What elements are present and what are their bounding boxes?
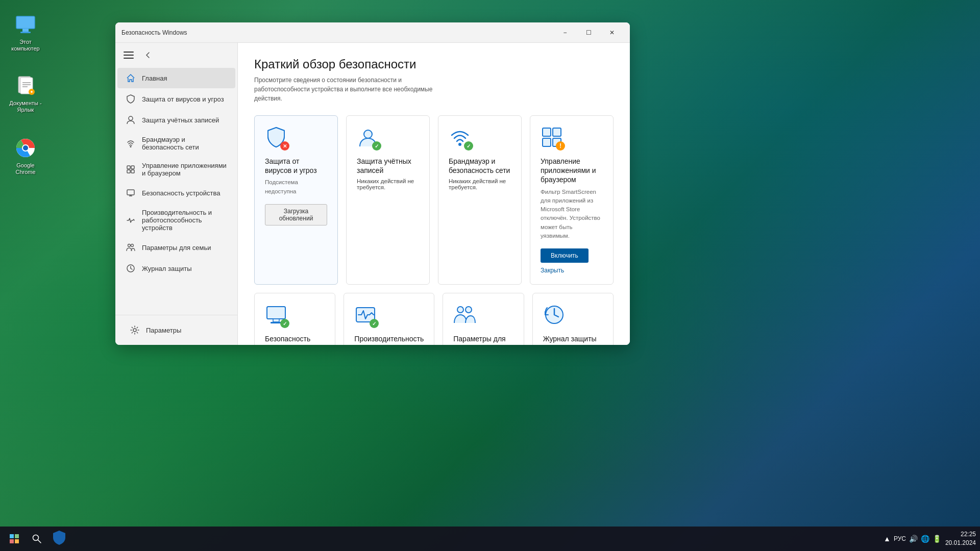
desktop-icon-label-docs: Документы - Ярлык	[7, 100, 44, 113]
person-icon	[126, 115, 136, 125]
battery-icon: 🔋	[933, 535, 941, 543]
desktop-icon-chrome[interactable]: Google Chrome	[5, 134, 46, 178]
sidebar-item-family[interactable]: Параметры для семьи	[117, 237, 235, 258]
card-apps-desc: Фильтр SmartScreen для приложений из Mic…	[541, 188, 603, 241]
taskbar-clock[interactable]: 22:25 20.01.2024	[945, 530, 976, 547]
desktop-icon-this-pc[interactable]: Этот компьютер	[5, 10, 46, 54]
card-virus: ✕ Защита от вирусов и угроз Подсистема н…	[254, 115, 338, 285]
taskbar-security-app-icon[interactable]	[51, 530, 67, 548]
card-device: ✓ Безопасность устройства Просмотр состо…	[254, 293, 335, 345]
svg-rect-42	[10, 539, 14, 543]
chevron-up-icon[interactable]: ▲	[884, 535, 891, 543]
card-family-people-icon	[453, 304, 476, 326]
sidebar-item-log[interactable]: Журнал защиты	[117, 258, 235, 279]
card-virus-title: Защита от вирусов и угроз	[265, 157, 327, 175]
window-body: Главная Защита от вирусов и угроз	[115, 43, 630, 345]
computer-icon	[126, 188, 136, 198]
hamburger-menu[interactable]	[124, 52, 134, 59]
svg-rect-16	[127, 166, 130, 169]
svg-rect-43	[15, 539, 19, 543]
taskbar-right: ▲ РУС 🔊 🌐 🔋 22:25 20.01.2024	[884, 530, 976, 547]
card-health: ✓ Производительность и работоспособность…	[344, 293, 434, 345]
card-firewall: ✓ Брандмауэр и безопасность сети Никаких…	[438, 115, 522, 285]
card-family-icon-wrapper	[453, 304, 478, 328]
minimize-button[interactable]: −	[553, 24, 577, 41]
network-icon[interactable]: 🌐	[921, 535, 929, 543]
svg-line-45	[38, 540, 41, 543]
card-accounts-status-badge: ✓	[372, 141, 381, 151]
card-log-icon-wrapper	[543, 304, 568, 328]
start-button[interactable]	[4, 529, 24, 549]
sidebar-item-label-family: Параметры для семьи	[142, 244, 211, 252]
health-icon	[126, 215, 136, 226]
history-icon	[126, 263, 136, 273]
card-firewall-title: Брандмауэр и безопасность сети	[449, 157, 511, 175]
card-log-title: Журнал защиты	[543, 334, 603, 343]
svg-rect-0	[16, 16, 35, 29]
svg-rect-33	[267, 307, 285, 319]
svg-rect-34	[273, 319, 279, 322]
sidebar-item-settings[interactable]: Параметры	[121, 320, 231, 340]
svg-rect-19	[131, 170, 134, 173]
clock-time: 22:25	[961, 530, 976, 539]
svg-rect-41	[15, 534, 19, 538]
svg-point-28	[458, 143, 461, 146]
card-apps-status-badge: !	[556, 141, 565, 151]
card-accounts-status: Никаких действий не требуется.	[357, 178, 419, 190]
card-family-title: Параметры для семьи	[453, 334, 513, 345]
sidebar-top	[115, 43, 237, 67]
sidebar-item-label-apps: Управление приложениями и браузером	[142, 162, 227, 177]
card-apps-title: Управление приложениями и браузером	[541, 157, 603, 185]
svg-point-26	[133, 329, 136, 332]
svg-point-27	[364, 130, 372, 138]
maximize-button[interactable]: ☐	[577, 24, 600, 41]
gear-icon	[130, 325, 140, 335]
sidebar-item-apps[interactable]: Управление приложениями и браузером	[117, 157, 235, 182]
card-virus-button[interactable]: Загрузка обновлений	[265, 204, 327, 226]
sidebar-item-label-settings: Параметры	[146, 327, 181, 334]
page-subtitle: Просмотрите сведения о состоянии безопас…	[254, 76, 458, 103]
desktop-icon-docs[interactable]: Документы - Ярлык	[5, 71, 46, 115]
sidebar-item-accounts[interactable]: Защита учётных записей	[117, 110, 235, 130]
svg-point-38	[465, 307, 472, 313]
sidebar-navigation: Главная Защита от вирусов и угроз	[115, 67, 237, 315]
svg-point-15	[130, 146, 132, 147]
shield-icon	[126, 94, 136, 104]
family-icon	[126, 242, 136, 253]
svg-point-37	[457, 307, 463, 313]
card-log-history-icon	[543, 304, 566, 326]
card-family: Параметры для семьи Определяйте условия …	[443, 293, 524, 345]
svg-point-13	[23, 145, 28, 151]
card-apps: ! Управление приложениями и браузером Фи…	[530, 115, 614, 285]
card-accounts: ✓ Защита учётных записей Никаких действи…	[346, 115, 430, 285]
sidebar-item-label-health: Производительность и работоспособность у…	[142, 209, 227, 232]
volume-icon[interactable]: 🔊	[909, 535, 918, 543]
svg-point-23	[128, 244, 131, 247]
card-firewall-icon-wrapper: ✓	[449, 126, 473, 151]
taskbar-search-button[interactable]	[27, 529, 47, 549]
svg-point-14	[129, 116, 133, 120]
card-apps-close-link[interactable]: Закрыть	[541, 267, 603, 274]
sidebar-item-firewall[interactable]: Брандмауэр и безопасность сети	[117, 131, 235, 156]
card-log: Журнал защиты Просмотрите последние дейс…	[532, 293, 614, 345]
card-firewall-status: Никаких действий не требуется.	[449, 178, 511, 190]
svg-rect-29	[543, 128, 551, 136]
sidebar-item-home[interactable]: Главная	[117, 68, 235, 88]
svg-rect-20	[127, 190, 134, 195]
clock-date: 20.01.2024	[945, 539, 976, 547]
sidebar: Главная Защита от вирусов и угроз	[115, 43, 238, 345]
card-virus-status-badge: ✕	[280, 141, 289, 151]
lang-indicator: РУС	[894, 535, 906, 542]
taskbar: ▲ РУС 🔊 🌐 🔋 22:25 20.01.2024	[0, 527, 980, 551]
card-device-title: Безопасность устройства	[265, 334, 325, 345]
sidebar-item-virus[interactable]: Защита от вирусов и угроз	[117, 89, 235, 109]
close-button[interactable]: ✕	[600, 24, 624, 41]
sidebar-item-health[interactable]: Производительность и работоспособность у…	[117, 204, 235, 237]
card-device-status-badge: ✓	[280, 319, 289, 328]
back-button[interactable]	[140, 47, 156, 63]
sidebar-item-device[interactable]: Безопасность устройства	[117, 183, 235, 203]
window-title: Безопасность Windows	[121, 29, 553, 36]
card-apps-enable-button[interactable]: Включить	[541, 248, 589, 263]
svg-rect-2	[20, 32, 31, 33]
card-device-icon-wrapper: ✓	[265, 304, 289, 328]
